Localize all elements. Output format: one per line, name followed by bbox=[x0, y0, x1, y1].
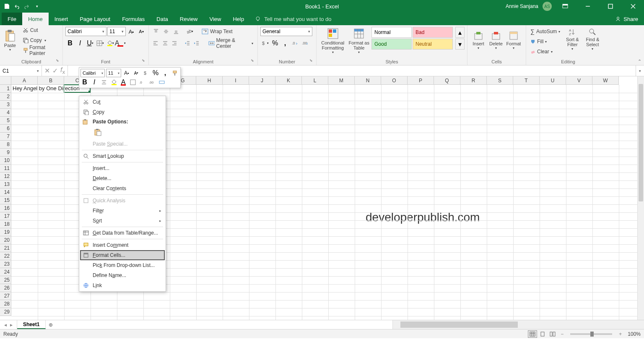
row-header[interactable]: 28 bbox=[0, 300, 11, 308]
row-header[interactable]: 19 bbox=[0, 228, 11, 236]
mini-font-combo[interactable]: Calibri bbox=[80, 69, 105, 77]
column-header[interactable]: K bbox=[275, 76, 302, 85]
name-box[interactable]: C1 bbox=[0, 65, 42, 76]
tab-file[interactable]: File bbox=[2, 13, 22, 25]
enter-formula-icon[interactable]: ✓ bbox=[52, 67, 58, 75]
column-header[interactable]: S bbox=[487, 76, 513, 85]
align-left-icon[interactable] bbox=[151, 39, 160, 48]
ctx-paste-special[interactable]: Paste Special... bbox=[80, 139, 165, 149]
view-page-layout-icon[interactable] bbox=[538, 330, 547, 338]
row-header[interactable]: 26 bbox=[0, 284, 11, 292]
decrease-indent-icon[interactable] bbox=[183, 39, 192, 48]
row-header[interactable]: 27 bbox=[0, 292, 11, 300]
tell-me[interactable]: Tell me what you want to do bbox=[255, 13, 331, 25]
mini-font-color-icon[interactable]: A bbox=[119, 78, 127, 86]
row-header[interactable]: 13 bbox=[0, 180, 11, 188]
column-header[interactable]: J bbox=[249, 76, 275, 85]
fx-icon[interactable]: fx bbox=[60, 66, 65, 75]
expand-formula-bar-icon[interactable]: ▾ bbox=[636, 65, 644, 76]
mini-align-center-icon[interactable] bbox=[100, 78, 108, 86]
increase-font-icon[interactable]: A▴ bbox=[127, 27, 136, 36]
row-headers[interactable]: 1234567891011121314151617181920212223242… bbox=[0, 85, 11, 316]
mini-dec-decimal-icon[interactable]: .00 bbox=[148, 78, 156, 86]
mini-border-icon[interactable] bbox=[129, 78, 137, 86]
format-as-table-button[interactable]: Format as Table▾ bbox=[347, 27, 371, 55]
mini-italic-button[interactable]: I bbox=[90, 78, 99, 86]
sheet-tab-1[interactable]: Sheet1 bbox=[17, 320, 46, 329]
bold-button[interactable]: B bbox=[65, 39, 75, 48]
row-header[interactable]: 16 bbox=[0, 204, 11, 212]
mini-format-painter-icon[interactable] bbox=[171, 69, 179, 77]
ctx-insert[interactable]: Insert... bbox=[80, 163, 165, 173]
row-header[interactable]: 21 bbox=[0, 244, 11, 252]
column-header[interactable]: I bbox=[223, 76, 249, 85]
row-header[interactable]: 14 bbox=[0, 188, 11, 196]
row-header[interactable]: 23 bbox=[0, 260, 11, 268]
row-header[interactable]: 10 bbox=[0, 157, 11, 165]
column-header[interactable]: H bbox=[196, 76, 223, 85]
merge-center-button[interactable]: Merge & Center▾ bbox=[207, 39, 255, 48]
row-header[interactable]: 18 bbox=[0, 220, 11, 228]
align-bottom-icon[interactable] bbox=[171, 27, 181, 36]
number-dialog-icon[interactable]: ⬊ bbox=[309, 58, 314, 63]
zoom-thumb[interactable] bbox=[590, 332, 594, 337]
paste-button[interactable]: Paste ▾ bbox=[3, 29, 18, 52]
delete-cells-button[interactable]: Delete▾ bbox=[488, 30, 504, 51]
column-header[interactable]: A bbox=[11, 76, 38, 85]
autosum-button[interactable]: ∑AutoSum▾ bbox=[529, 27, 562, 36]
ctx-sort[interactable]: Sort▸ bbox=[80, 216, 165, 226]
ribbon-display-icon[interactable] bbox=[556, 0, 574, 13]
comma-icon[interactable]: , bbox=[280, 39, 290, 48]
undo-icon[interactable] bbox=[13, 3, 20, 10]
align-right-icon[interactable] bbox=[170, 39, 179, 48]
styles-scroll-up-icon[interactable]: ▴ bbox=[455, 27, 465, 38]
cut-button[interactable]: Cut bbox=[21, 26, 60, 35]
column-header[interactable]: M bbox=[328, 76, 355, 85]
style-neutral[interactable]: Neutral bbox=[413, 39, 453, 50]
zoom-in-button[interactable]: + bbox=[619, 331, 622, 337]
ctx-format-cells[interactable]: Format Cells... bbox=[80, 250, 165, 260]
zoom-percent[interactable]: 100% bbox=[628, 331, 641, 337]
column-header[interactable]: Q bbox=[434, 76, 460, 85]
redo-icon[interactable] bbox=[23, 3, 30, 10]
mini-inc-decimal-icon[interactable]: .0 bbox=[138, 78, 147, 86]
tab-home[interactable]: Home bbox=[22, 13, 49, 25]
style-bad[interactable]: Bad bbox=[413, 27, 453, 38]
row-header[interactable]: 22 bbox=[0, 252, 11, 260]
italic-button[interactable]: I bbox=[75, 39, 85, 48]
decrease-decimal-icon[interactable]: .00 bbox=[301, 39, 310, 48]
format-cells-button[interactable]: Format▾ bbox=[505, 30, 522, 51]
column-header[interactable]: N bbox=[355, 76, 381, 85]
font-name-combo[interactable]: Calibri bbox=[65, 27, 106, 36]
ctx-link[interactable]: Link bbox=[80, 280, 165, 290]
column-header[interactable]: V bbox=[566, 76, 592, 85]
mini-merge-icon[interactable] bbox=[158, 78, 166, 86]
horizontal-scrollbar[interactable] bbox=[392, 320, 644, 329]
mini-percent-icon[interactable]: % bbox=[151, 69, 160, 77]
ctx-paste-default[interactable] bbox=[93, 127, 103, 137]
underline-button[interactable]: U▾ bbox=[86, 39, 95, 48]
alignment-dialog-icon[interactable]: ⬊ bbox=[251, 58, 256, 63]
tab-formulas[interactable]: Formulas bbox=[116, 13, 151, 25]
zoom-out-button[interactable]: − bbox=[561, 331, 564, 337]
style-good[interactable]: Good bbox=[371, 39, 412, 50]
row-header[interactable]: 6 bbox=[0, 125, 11, 133]
column-header[interactable]: O bbox=[381, 76, 408, 85]
tab-review[interactable]: Review bbox=[174, 13, 204, 25]
tab-insert[interactable]: Insert bbox=[49, 13, 74, 25]
view-page-break-icon[interactable] bbox=[548, 330, 557, 338]
tab-help[interactable]: Help bbox=[227, 13, 250, 25]
row-header[interactable]: 25 bbox=[0, 276, 11, 284]
mini-increase-font-icon[interactable]: A▴ bbox=[122, 69, 131, 77]
ctx-insert-comment[interactable]: Insert Comment bbox=[80, 240, 165, 250]
row-header[interactable]: 8 bbox=[0, 141, 11, 149]
ctx-smart-lookup[interactable]: Smart Lookup bbox=[80, 151, 165, 161]
minimize-icon[interactable] bbox=[579, 0, 597, 13]
ctx-cut[interactable]: Cut bbox=[80, 97, 165, 107]
number-format-combo[interactable]: General bbox=[260, 27, 312, 36]
row-header[interactable]: 24 bbox=[0, 268, 11, 276]
conditional-formatting-button[interactable]: Conditional Formatting▾ bbox=[319, 27, 346, 55]
row-header[interactable]: 29 bbox=[0, 308, 11, 316]
ctx-quick-analysis[interactable]: Quick Analysis bbox=[80, 196, 165, 206]
column-header[interactable]: U bbox=[540, 76, 566, 85]
